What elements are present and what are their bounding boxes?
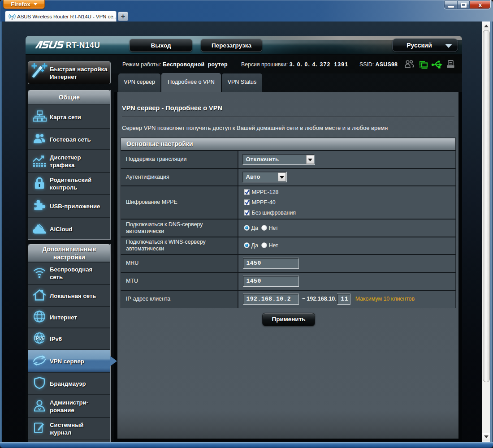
svg-text:IPv6: IPv6 xyxy=(35,336,45,341)
